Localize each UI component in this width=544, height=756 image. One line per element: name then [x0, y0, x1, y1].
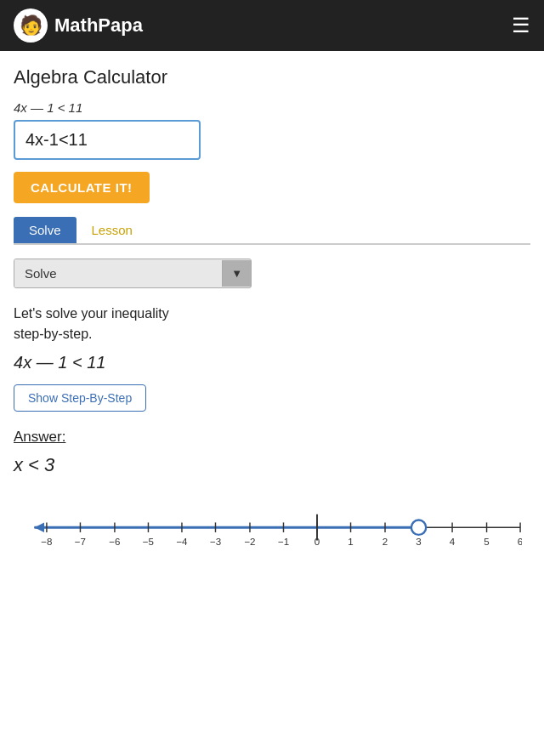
- svg-text:−1: −1: [278, 537, 289, 547]
- tab-lesson[interactable]: Lesson: [76, 217, 148, 243]
- equation-display: 4x — 1 < 11: [14, 353, 530, 372]
- page-title: Algebra Calculator: [14, 66, 530, 88]
- number-line-svg: −8 −7 −6 −5 −4 −3 −2 −1 0 1 2 3 4 5 6: [22, 502, 522, 561]
- tab-solve[interactable]: Solve: [14, 217, 76, 243]
- answer-label: Answer:: [14, 429, 530, 446]
- tabs-bar: Solve Lesson: [14, 217, 530, 245]
- svg-text:−3: −3: [210, 537, 221, 547]
- expression-label: 4x — 1 < 11: [14, 100, 530, 115]
- svg-text:5: 5: [484, 537, 489, 547]
- svg-text:0: 0: [314, 537, 320, 547]
- logo-icon: 🧑: [14, 9, 48, 43]
- number-line: −8 −7 −6 −5 −4 −3 −2 −1 0 1 2 3 4 5 6: [22, 502, 522, 561]
- solve-dropdown-label: Solve: [14, 259, 222, 287]
- expression-input[interactable]: [14, 120, 201, 160]
- svg-text:−5: −5: [143, 537, 154, 547]
- header: 🧑 MathPapa ☰: [0, 0, 544, 51]
- svg-text:−8: −8: [41, 537, 52, 547]
- svg-text:−6: −6: [109, 537, 120, 547]
- show-steps-button[interactable]: Show Step-By-Step: [14, 384, 146, 412]
- svg-text:6: 6: [518, 537, 522, 547]
- svg-text:4: 4: [450, 537, 456, 547]
- svg-text:−4: −4: [176, 537, 188, 547]
- svg-text:1: 1: [348, 537, 353, 547]
- dropdown-arrow-icon[interactable]: ▼: [222, 260, 251, 287]
- main-content: Algebra Calculator 4x — 1 < 11 CALCULATE…: [0, 51, 544, 587]
- solve-intro-text: Let's solve your inequality step-by-step…: [14, 304, 530, 344]
- svg-marker-5: [34, 522, 44, 532]
- solve-dropdown[interactable]: Solve ▼: [14, 259, 252, 288]
- svg-text:3: 3: [416, 537, 421, 547]
- hamburger-menu-icon[interactable]: ☰: [512, 14, 530, 37]
- svg-text:2: 2: [382, 537, 388, 547]
- svg-point-36: [411, 520, 426, 535]
- logo-area: 🧑 MathPapa: [14, 9, 143, 43]
- calculate-button[interactable]: CALCULATE IT!: [14, 172, 150, 203]
- svg-text:−7: −7: [75, 537, 86, 547]
- logo-text: MathPapa: [54, 14, 143, 37]
- svg-text:−2: −2: [244, 537, 255, 547]
- answer-value: x < 3: [14, 454, 530, 476]
